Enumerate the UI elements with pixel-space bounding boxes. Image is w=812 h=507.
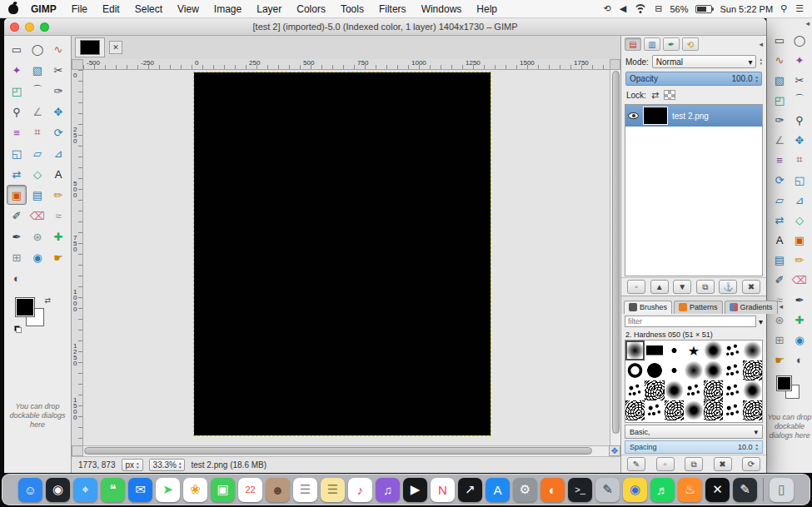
tv-dock-icon[interactable]: ▶ bbox=[403, 478, 427, 502]
minimize-button[interactable] bbox=[25, 22, 34, 32]
cage-transform-tool[interactable]: ◇ bbox=[27, 164, 47, 184]
opacity-slider[interactable]: Opacity 100.0 ▴ ▾ bbox=[625, 72, 762, 86]
brush-swatch-texture[interactable] bbox=[625, 400, 645, 420]
blur-sharpen-tool[interactable]: ◉ bbox=[790, 330, 810, 350]
pencil-tool[interactable]: ✏ bbox=[790, 250, 810, 270]
chrome-dock-icon[interactable]: ◉ bbox=[623, 478, 647, 502]
brush-swatch-blob[interactable] bbox=[704, 340, 723, 360]
layers-tab[interactable]: ▤ bbox=[625, 37, 641, 51]
align-tool[interactable]: ≡ bbox=[7, 122, 27, 142]
tab-gradients[interactable]: Gradients bbox=[725, 301, 778, 314]
perspective-clone-tool[interactable]: ⊞ bbox=[7, 247, 27, 267]
edit-brush-button[interactable]: ✎ bbox=[627, 457, 645, 471]
new-brush-button[interactable]: ▫ bbox=[656, 457, 675, 471]
heal-tool[interactable]: ✚ bbox=[790, 310, 810, 330]
perspective-tool[interactable]: ⊿ bbox=[48, 143, 68, 163]
measure-tool[interactable]: ∠ bbox=[27, 102, 47, 122]
system-preferences-dock-icon[interactable]: ⚙ bbox=[513, 478, 537, 502]
shear-tool[interactable]: ▱ bbox=[27, 143, 47, 163]
brush-group-select[interactable]: Basic, ▾ bbox=[625, 425, 763, 439]
brush-swatch-spray[interactable] bbox=[723, 380, 742, 400]
brush-swatch-spray[interactable] bbox=[723, 400, 742, 420]
scissors-select-tool[interactable]: ✂ bbox=[48, 60, 68, 80]
align-tool[interactable]: ≡ bbox=[770, 150, 790, 170]
unit-spinner[interactable]: ▴ ▾ bbox=[137, 461, 139, 470]
crop-tool[interactable]: ⌗ bbox=[27, 122, 47, 142]
shear-tool[interactable]: ▱ bbox=[770, 190, 790, 210]
foreground-color-swatch[interactable] bbox=[16, 298, 34, 316]
apple-menu-icon[interactable] bbox=[8, 4, 18, 14]
ellipse-select-tool[interactable]: ◯ bbox=[790, 30, 810, 50]
paths-tool[interactable]: ⌒ bbox=[790, 90, 810, 110]
brush-swatch-dot[interactable] bbox=[665, 360, 684, 380]
gimp-dock-icon[interactable]: ✎ bbox=[595, 478, 620, 502]
brush-swatch-texture[interactable] bbox=[645, 380, 664, 400]
foreground-select-tool[interactable]: ◰ bbox=[7, 81, 27, 101]
canvas-image[interactable] bbox=[194, 72, 491, 435]
contacts-dock-icon[interactable]: ☻ bbox=[266, 478, 290, 502]
duplicate-brush-button[interactable]: ⧉ bbox=[685, 457, 703, 471]
lock-pixels-icon[interactable]: ⇄ bbox=[651, 90, 659, 101]
perspective-tool[interactable]: ⊿ bbox=[790, 190, 810, 210]
mode-spinner[interactable]: ▴ ▾ bbox=[760, 57, 762, 66]
maps-dock-icon[interactable]: ➤ bbox=[156, 478, 180, 502]
brush-filter-input[interactable] bbox=[625, 316, 756, 327]
smudge-tool[interactable]: ☛ bbox=[48, 247, 68, 267]
spin-down-icon[interactable]: ▾ bbox=[179, 465, 182, 470]
menu-windows[interactable]: Windows bbox=[414, 3, 470, 15]
menu-layer[interactable]: Layer bbox=[249, 3, 289, 15]
strip-color-swatches[interactable] bbox=[777, 376, 802, 401]
chevron-down-icon[interactable]: ▾ bbox=[759, 317, 763, 326]
duplicate-layer-button[interactable]: ⧉ bbox=[696, 280, 715, 294]
brush-swatch-blob[interactable] bbox=[665, 380, 684, 400]
wifi-icon[interactable] bbox=[635, 4, 646, 13]
rotate-tool[interactable]: ⟳ bbox=[48, 122, 68, 142]
delete-brush-button[interactable]: ✖ bbox=[714, 457, 732, 471]
notification-center-icon[interactable]: ☰ bbox=[795, 3, 804, 14]
brush-swatch-texture[interactable] bbox=[665, 400, 684, 420]
trash-dock-icon[interactable]: ▯ bbox=[770, 478, 794, 502]
scale-tool[interactable]: ◱ bbox=[7, 143, 27, 163]
tab-patterns[interactable]: Patterns bbox=[674, 301, 723, 314]
image-tab[interactable] bbox=[75, 37, 105, 57]
dodge-burn-tool[interactable]: ◐ bbox=[790, 350, 810, 370]
opacity-spinner[interactable]: ▴ ▾ bbox=[755, 75, 758, 83]
measure-tool[interactable]: ∠ bbox=[770, 130, 790, 150]
eraser-tool[interactable]: ⌫ bbox=[790, 270, 810, 290]
brush-swatch-bar[interactable] bbox=[645, 340, 664, 360]
mail-dock-icon[interactable]: ✉ bbox=[128, 478, 152, 502]
app-store-dock-icon[interactable]: A bbox=[486, 478, 510, 502]
text-tool[interactable]: A bbox=[48, 164, 68, 184]
menu-tools[interactable]: Tools bbox=[333, 3, 371, 15]
flame-app-dock-icon[interactable]: ♨ bbox=[678, 478, 702, 502]
brush-swatch-soft[interactable] bbox=[625, 340, 645, 360]
x11-dock-icon[interactable]: ✕ bbox=[705, 478, 730, 502]
smudge-tool[interactable]: ☛ bbox=[770, 350, 790, 370]
eraser-tool[interactable]: ⌫ bbox=[27, 206, 47, 226]
lock-alpha-icon[interactable] bbox=[664, 90, 675, 100]
refresh-brushes-button[interactable]: ⟳ bbox=[742, 457, 760, 471]
terminal-dock-icon[interactable]: >_ bbox=[568, 478, 592, 502]
spin-down-icon[interactable]: ▾ bbox=[755, 447, 758, 451]
panel-collapse-icon[interactable]: ◂ bbox=[805, 19, 810, 29]
paintbrush-tool[interactable]: ✐ bbox=[7, 206, 27, 226]
pencil-tool[interactable]: ✏ bbox=[48, 185, 68, 205]
stocks-dock-icon[interactable]: ↗ bbox=[458, 478, 482, 502]
brush-swatch-texture[interactable] bbox=[743, 360, 762, 380]
menu-select[interactable]: Select bbox=[127, 3, 170, 15]
free-select-tool[interactable]: ∿ bbox=[770, 50, 790, 70]
brush-swatch-spray[interactable] bbox=[684, 380, 703, 400]
anchor-layer-button[interactable]: ⚓ bbox=[719, 280, 737, 294]
brush-swatch-star[interactable]: ★ bbox=[684, 340, 703, 360]
rectangle-select-tool[interactable]: ▭ bbox=[770, 30, 790, 50]
title-bar[interactable]: [test 2] (imported)-5.0 (Indexed color, … bbox=[4, 18, 766, 36]
zoom-button[interactable] bbox=[40, 22, 49, 32]
lower-layer-button[interactable]: ▼ bbox=[673, 280, 691, 294]
close-button[interactable] bbox=[10, 22, 19, 32]
fuzzy-select-tool[interactable]: ✦ bbox=[790, 50, 810, 70]
menu-view[interactable]: View bbox=[170, 3, 207, 15]
zoom-tool[interactable]: ⚲ bbox=[7, 102, 27, 122]
scale-tool[interactable]: ◱ bbox=[790, 170, 810, 190]
navigation-button[interactable]: ✥ bbox=[609, 445, 620, 456]
clone-tool[interactable]: ⊛ bbox=[27, 226, 47, 246]
